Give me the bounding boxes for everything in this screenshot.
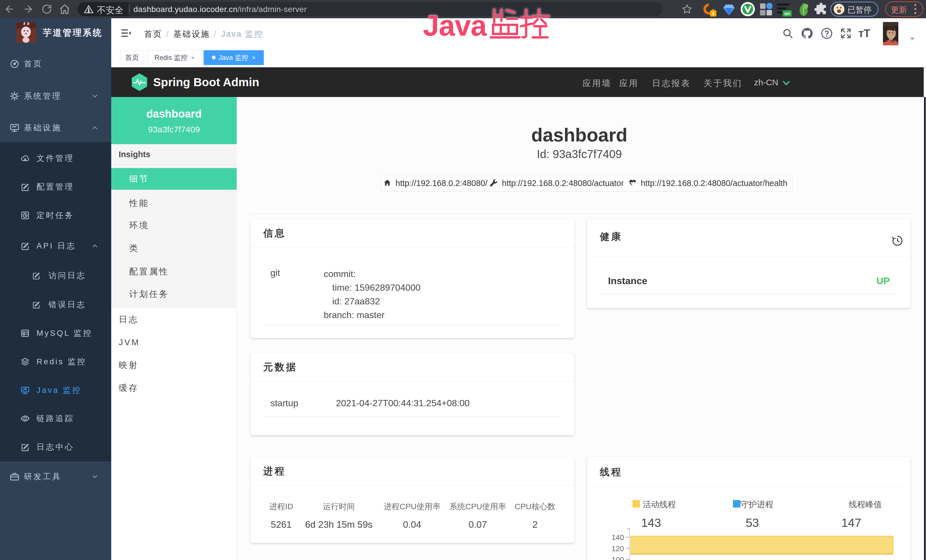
svg-text:1: 1 (712, 11, 714, 16)
svg-text:on: on (784, 11, 790, 16)
